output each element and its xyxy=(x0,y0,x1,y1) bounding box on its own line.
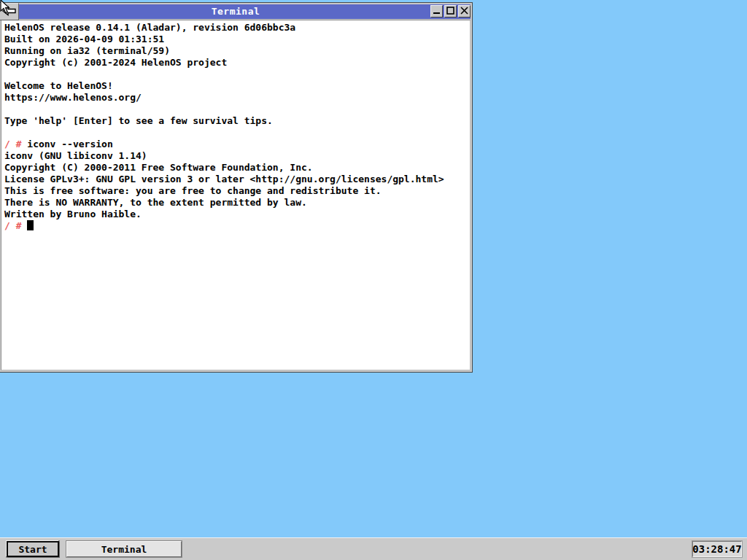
close-icon xyxy=(460,6,468,17)
close-button[interactable] xyxy=(458,5,471,18)
desktop: { "colors": { "desktop": "#83c9fa", "tit… xyxy=(0,0,747,560)
minimize-button[interactable] xyxy=(430,5,443,18)
terminal-line: This is free software: you are free to c… xyxy=(4,185,467,197)
minimize-icon xyxy=(433,6,441,17)
terminal-line: HelenOS release 0.14.1 (Aladar), revisio… xyxy=(4,22,467,34)
terminal-line: iconv (GNU libiconv 1.14) xyxy=(4,150,467,162)
terminal-line: Running on ia32 (terminal/59) xyxy=(4,45,467,57)
terminal-line: Built on 2026-04-09 01:31:51 xyxy=(4,34,467,45)
window-titlebar[interactable]: Terminal xyxy=(1,4,471,19)
maximize-icon xyxy=(446,6,454,17)
taskbar-window-button-terminal[interactable]: Terminal xyxy=(66,541,182,557)
terminal-output[interactable]: HelenOS release 0.14.1 (Aladar), revisio… xyxy=(1,20,471,370)
terminal-line xyxy=(4,69,467,80)
terminal-line: Written by Bruno Haible. xyxy=(4,209,467,220)
taskbar: Start Terminal 03:28:47 xyxy=(0,537,747,560)
maximize-button[interactable] xyxy=(444,5,457,18)
terminal-line: Copyright (C) 2000-2011 Free Software Fo… xyxy=(4,162,467,174)
terminal-line xyxy=(4,104,467,115)
terminal-line xyxy=(4,127,467,139)
terminal-line: / # iconv --version xyxy=(4,139,467,150)
terminal-line: / # xyxy=(4,220,467,232)
terminal-line: Copyright (c) 2001-2024 HelenOS project xyxy=(4,57,467,69)
terminal-cursor xyxy=(27,220,34,230)
terminal-line: Welcome to HelenOS! xyxy=(4,80,467,92)
window-controls xyxy=(430,5,471,18)
window-title: Terminal xyxy=(1,6,471,18)
sysmenu-button[interactable] xyxy=(0,3,19,20)
start-button[interactable]: Start xyxy=(7,541,59,557)
terminal-line: https://www.helenos.org/ xyxy=(4,92,467,104)
terminal-line: There is NO WARRANTY, to the extent perm… xyxy=(4,197,467,209)
back-arrow-icon xyxy=(1,5,17,19)
terminal-line: Type 'help' [Enter] to see a few surviva… xyxy=(4,115,467,127)
taskbar-clock: 03:28:47 xyxy=(692,541,742,557)
terminal-line: License GPLv3+: GNU GPL version 3 or lat… xyxy=(4,174,467,185)
terminal-window: Terminal xyxy=(0,2,473,373)
